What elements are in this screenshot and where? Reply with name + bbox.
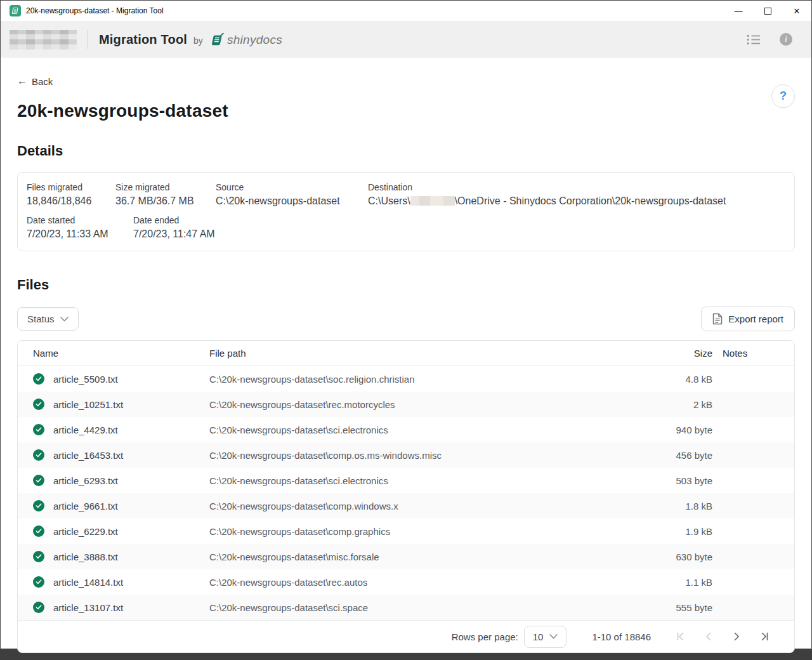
brand-name: shinydocs: [227, 33, 282, 47]
prev-page-button[interactable]: [695, 627, 723, 646]
back-label: Back: [32, 76, 53, 87]
file-size: 4.8 kB: [636, 374, 712, 385]
field-date-started: Date started 7/20/23, 11:33 AM: [27, 215, 133, 240]
field-destination: Destination C:\Users\\OneDrive - Shinydo…: [368, 182, 784, 207]
file-path: C:\20k-newsgroups-dataset\comp.graphics: [209, 526, 636, 537]
file-name: article_6293.txt: [53, 475, 118, 486]
last-page-icon: [759, 632, 769, 641]
file-path: C:\20k-newsgroups-dataset\comp.windows.x: [209, 501, 636, 512]
app-title: Migration Tool: [99, 32, 187, 47]
last-page-button[interactable]: [750, 627, 778, 646]
info-button[interactable]: i: [780, 33, 792, 46]
success-check-icon: [33, 449, 44, 461]
file-size: 1.1 kB: [636, 577, 712, 588]
success-check-icon: [33, 424, 44, 435]
file-path: C:\20k-newsgroups-dataset\soc.religion.c…: [209, 374, 636, 385]
table-row: article_6229.txt C:\20k-newsgroups-datas…: [18, 518, 794, 544]
table-row: article_6293.txt C:\20k-newsgroups-datas…: [18, 468, 794, 493]
field-value: 36.7 MB/36.7 MB: [115, 195, 206, 207]
file-size: 940 byte: [636, 425, 712, 435]
table-row: article_16453.txt C:\20k-newsgroups-data…: [18, 442, 794, 468]
window-titlebar: 20k-newsgroups-dataset - Migration Tool …: [1, 1, 811, 21]
table-row: article_10251.txt C:\20k-newsgroups-data…: [18, 392, 794, 417]
column-header-size: Size: [636, 348, 712, 359]
file-path: C:\20k-newsgroups-dataset\misc.forsale: [209, 551, 636, 562]
table-row: article_5509.txt C:\20k-newsgroups-datas…: [18, 366, 794, 392]
file-name: article_14814.txt: [53, 577, 123, 588]
field-date-ended: Date ended 7/20/23, 11:47 AM: [133, 215, 225, 240]
file-name: article_10251.txt: [53, 399, 123, 410]
file-name: article_4429.txt: [53, 425, 118, 435]
table-row: article_3888.txt C:\20k-newsgroups-datas…: [18, 544, 794, 569]
page-title: 20k-newsgroups-dataset: [17, 101, 795, 121]
success-check-icon: [33, 475, 44, 486]
help-button[interactable]: ?: [771, 84, 795, 108]
pager: [667, 627, 778, 646]
table-row: article_14814.txt C:\20k-newsgroups-data…: [18, 569, 794, 595]
app-logo-icon: [10, 5, 21, 16]
first-page-icon: [676, 632, 686, 641]
field-value: 7/20/23, 11:47 AM: [133, 228, 215, 240]
field-label: Date ended: [133, 215, 215, 225]
rows-per-page-value: 10: [533, 631, 544, 642]
file-path: C:\20k-newsgroups-dataset\rec.autos: [209, 577, 636, 588]
next-page-button[interactable]: [723, 627, 750, 646]
rows-per-page-label: Rows per page:: [452, 631, 518, 642]
files-table: Name File path Size Notes article_5509.t…: [17, 340, 795, 653]
field-label: Size migrated: [115, 182, 206, 192]
files-heading: Files: [17, 277, 795, 293]
success-check-icon: [33, 500, 44, 512]
header-divider: [88, 30, 88, 49]
back-arrow-icon: ←: [17, 76, 27, 87]
success-check-icon: [33, 602, 44, 613]
file-size: 1.9 kB: [636, 526, 712, 537]
field-value: C:\20k-newsgroups-dataset: [216, 195, 358, 207]
field-value: 18,846/18,846: [27, 195, 105, 207]
file-name: article_13107.txt: [53, 602, 123, 613]
table-header: Name File path Size Notes: [18, 341, 794, 366]
pagination-range: 1-10 of 18846: [592, 631, 651, 642]
queue-list-button[interactable]: [747, 34, 761, 45]
document-icon: [712, 313, 723, 325]
file-name: article_16453.txt: [53, 450, 123, 461]
prev-page-icon: [704, 632, 714, 641]
field-files-migrated: Files migrated 18,846/18,846: [27, 182, 115, 207]
next-page-icon: [731, 632, 742, 641]
help-icon: ?: [780, 89, 787, 103]
file-size: 456 byte: [636, 450, 712, 461]
close-button[interactable]: ✕: [782, 1, 811, 21]
table-footer: Rows per page: 10 1-10 of 18846: [18, 620, 794, 652]
rows-per-page-select[interactable]: 10: [524, 626, 567, 648]
file-name: article_9661.txt: [53, 501, 118, 512]
minimize-button[interactable]: —: [724, 1, 753, 21]
shinydocs-brand: shinydocs: [209, 32, 282, 48]
file-path: C:\20k-newsgroups-dataset\sci.space: [209, 602, 636, 613]
queue-list-icon: [747, 34, 761, 45]
maximize-button[interactable]: [753, 1, 782, 21]
file-size: 1.8 kB: [636, 501, 712, 512]
export-report-button[interactable]: Export report: [701, 307, 795, 331]
success-check-icon: [33, 551, 44, 562]
status-filter-label: Status: [27, 314, 55, 324]
app-header: Migration Tool by shinydocs i: [1, 21, 811, 58]
table-row: article_9661.txt C:\20k-newsgroups-datas…: [18, 493, 794, 518]
file-size: 2 kB: [636, 399, 712, 410]
field-label: Date started: [27, 215, 123, 225]
status-filter-button[interactable]: Status: [17, 307, 79, 331]
window-title: 20k-newsgroups-dataset - Migration Tool: [26, 6, 164, 15]
field-label: Files migrated: [27, 182, 105, 192]
table-row: article_13107.txt C:\20k-newsgroups-data…: [18, 595, 794, 620]
redacted-company-logo: [10, 30, 77, 50]
table-row: article_4429.txt C:\20k-newsgroups-datas…: [18, 417, 794, 442]
field-source: Source C:\20k-newsgroups-dataset: [216, 182, 368, 207]
back-link[interactable]: ← Back: [17, 76, 53, 87]
field-label: Source: [216, 182, 358, 192]
field-value: 7/20/23, 11:33 AM: [27, 228, 123, 240]
file-path: C:\20k-newsgroups-dataset\comp.os.ms-win…: [209, 450, 636, 461]
export-report-label: Export report: [728, 314, 783, 324]
first-page-button[interactable]: [667, 627, 695, 646]
file-name: article_5509.txt: [53, 374, 118, 385]
shinydocs-logo-icon: [209, 32, 225, 48]
file-size: 555 byte: [636, 602, 712, 613]
success-check-icon: [33, 399, 44, 410]
